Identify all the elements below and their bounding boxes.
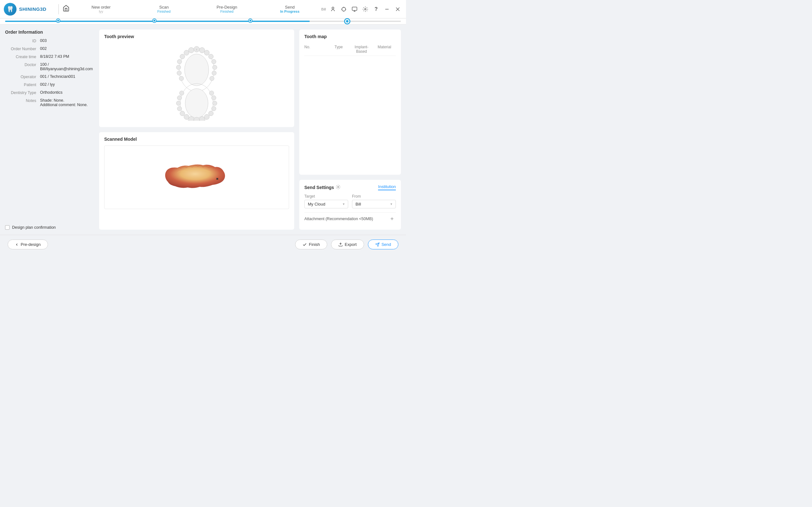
progress-track (5, 21, 401, 22)
progress-dot-2 (153, 19, 156, 22)
step-scan-label: Scan (159, 5, 169, 9)
user-icon[interactable] (329, 5, 337, 14)
step-pre-design[interactable]: Pre-Design Finished (195, 5, 258, 13)
scanned-model-card: Scanned Model (99, 132, 294, 230)
info-value-id: 003 (40, 39, 94, 43)
from-select[interactable]: Bill ▾ (352, 200, 396, 208)
info-value-dentistry-type: Orthodontics (40, 90, 94, 95)
design-confirm-checkbox[interactable] (5, 225, 9, 230)
info-value-operator: 001 / Technician001 (40, 74, 94, 79)
step-send-label: Send (285, 5, 294, 9)
tooth-map-col-no: No. (304, 45, 327, 54)
info-value-create-time: 8/18/22 7:43 PM (40, 54, 94, 59)
app-title: SHINING3D (19, 6, 46, 12)
svg-point-26 (177, 71, 181, 75)
export-button[interactable]: Export (331, 239, 364, 249)
svg-point-42 (176, 101, 181, 106)
svg-point-35 (199, 117, 205, 121)
send-settings-gear-icon[interactable] (336, 184, 341, 190)
bill-label: Bill (321, 7, 326, 11)
info-row-patient: Patient 002 / lyy (5, 82, 94, 87)
home-button[interactable] (63, 5, 70, 13)
institution-tab[interactable]: Institution (378, 184, 396, 190)
scanned-model-svg (162, 161, 232, 193)
pre-design-button[interactable]: Pre-design (8, 239, 48, 249)
info-label-dentistry-type: Dentistry Type (5, 90, 40, 95)
attachment-label: Attachment (Recommendation <50MB) (304, 217, 373, 221)
svg-point-28 (179, 76, 184, 81)
order-info-table: ID 003 Order Number 002 Create time 8/18… (5, 39, 94, 110)
attachment-row: Attachment (Recommendation <50MB) + (304, 212, 396, 225)
tooth-map-card: Tooth map No. Type Implant-Based Materia… (299, 30, 401, 175)
svg-point-32 (185, 89, 208, 118)
scanned-model-viewport[interactable] (104, 146, 289, 209)
svg-point-39 (209, 111, 214, 116)
info-row-id: ID 003 (5, 39, 94, 43)
info-row-doctor: Doctor 100 / Bill/liyanyuan@shining3d.co… (5, 62, 94, 71)
close-icon[interactable] (393, 5, 402, 14)
step-pre-design-label: Pre-Design (217, 5, 237, 9)
info-label-patient: Patient (5, 82, 40, 87)
info-value-patient: 002 / lyy (40, 82, 94, 87)
svg-point-41 (212, 106, 216, 111)
send-button[interactable]: Send (368, 239, 398, 249)
svg-point-18 (184, 50, 189, 55)
svg-point-9 (365, 8, 366, 10)
svg-point-38 (180, 111, 185, 116)
svg-point-1 (342, 7, 346, 11)
progress-dot-3 (249, 19, 252, 22)
settings-icon[interactable] (361, 5, 370, 14)
info-label-id: ID (5, 39, 40, 43)
order-info-title: Order Information (5, 30, 94, 35)
svg-point-46 (179, 91, 184, 95)
tooth-map-title: Tooth map (304, 34, 396, 39)
logo-area: 🦷 SHINING3D (4, 3, 55, 15)
crosshair-icon[interactable] (339, 5, 348, 14)
svg-point-40 (177, 106, 182, 111)
minimize-icon[interactable] (383, 5, 391, 14)
info-label-operator: Operator (5, 74, 40, 79)
tooth-map-col-material: Material (373, 45, 396, 54)
middle-panel: Tooth preview (99, 30, 294, 230)
info-row-operator: Operator 001 / Technician001 (5, 74, 94, 79)
step-new-order[interactable]: New order lyy (70, 5, 132, 13)
step-scan[interactable]: Scan Finished (132, 5, 195, 13)
svg-point-27 (212, 71, 216, 75)
progress-dot-1 (57, 19, 60, 22)
tooth-map-col-type: Type (327, 45, 350, 54)
svg-point-20 (180, 54, 185, 59)
target-select[interactable]: My Cloud ▾ (304, 200, 348, 208)
send-btn-label: Send (382, 242, 391, 247)
svg-point-23 (212, 59, 216, 64)
svg-point-47 (209, 91, 214, 95)
step-scan-sub: Finished (157, 9, 171, 13)
svg-point-37 (204, 114, 209, 119)
svg-point-36 (184, 114, 189, 119)
finish-btn-label: Finish (309, 242, 320, 247)
finish-button[interactable]: Finish (295, 239, 327, 249)
target-value: My Cloud (308, 202, 325, 207)
target-label: Target (304, 194, 348, 199)
left-panel: Order Information ID 003 Order Number 00… (5, 30, 94, 230)
export-btn-label: Export (345, 242, 357, 247)
svg-point-24 (176, 65, 181, 69)
design-confirm-row: Design plan confirmation (5, 225, 94, 230)
svg-point-19 (204, 50, 209, 55)
svg-point-43 (213, 101, 217, 106)
help-icon[interactable]: ? (372, 5, 381, 14)
info-row-create-time: Create time 8/18/22 7:43 PM (5, 54, 94, 59)
step-send[interactable]: Send In Progress (258, 5, 321, 13)
svg-point-22 (177, 59, 182, 64)
attachment-add-button[interactable]: + (388, 215, 396, 223)
tooth-map-columns: No. Type Implant-Based Material (304, 43, 396, 56)
monitor-icon[interactable] (350, 5, 359, 14)
step-send-sub: In Progress (280, 9, 300, 13)
info-label-create-time: Create time (5, 54, 40, 59)
progress-dot-4 (345, 19, 349, 23)
right-icons-area: Bill ? (321, 5, 402, 14)
step-pre-design-sub: Finished (220, 9, 233, 13)
svg-point-45 (212, 96, 216, 100)
info-row-notes: Notes Shade: None.Additional comment: No… (5, 98, 94, 107)
progress-bar (0, 18, 406, 24)
svg-point-51 (338, 186, 339, 187)
